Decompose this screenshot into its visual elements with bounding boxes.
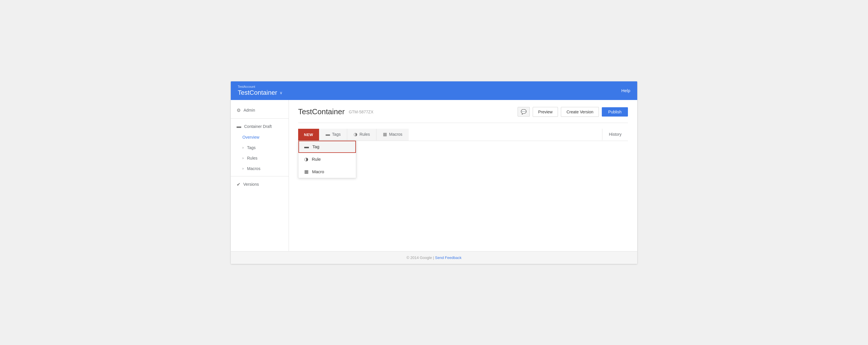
chevron-right-icon-tags: ›	[242, 146, 244, 150]
sidebar: ⚙ Admin ▬ Container Draft Overview › Tag…	[231, 100, 289, 251]
content-area: TestContainer GTM-5877ZX 💬 Preview Creat…	[289, 100, 637, 251]
sidebar-divider-2	[231, 176, 288, 176]
content-header: TestContainer GTM-5877ZX 💬 Preview Creat…	[298, 107, 628, 117]
tab-history-label: History	[609, 132, 622, 137]
create-version-button[interactable]: Create Version	[561, 107, 599, 117]
dropdown-item-macro[interactable]: ▦ Macro	[299, 165, 356, 178]
copyright-text: © 2014 Google |	[406, 256, 435, 260]
sidebar-item-container-draft[interactable]: ▬ Container Draft	[231, 121, 288, 132]
sidebar-item-tags[interactable]: › Tags	[231, 142, 288, 153]
tabs-row: NEW ▬ Tags ◑ Rules ▦ Macros	[298, 129, 628, 141]
dropdown-item-rule[interactable]: ◑ Rule	[299, 153, 356, 165]
tag-tab-icon: ▬	[326, 132, 330, 137]
tab-rules-label: Rules	[360, 132, 370, 137]
chevron-right-icon-rules: ›	[242, 156, 244, 160]
sidebar-container-draft-label: Container Draft	[244, 124, 272, 129]
help-button[interactable]: Help	[621, 88, 630, 93]
dropdown-tag-label: Tag	[312, 144, 319, 149]
content-divider	[298, 123, 628, 123]
macro-tab-icon: ▦	[383, 132, 387, 137]
new-button[interactable]: NEW	[298, 129, 319, 141]
app-wrapper: TestAccount TestContainer ∨ Help ⚙ Admin…	[231, 81, 637, 264]
dropdown-macro-label: Macro	[312, 169, 324, 174]
container-label-area[interactable]: TestContainer ∨	[238, 89, 282, 96]
sidebar-divider-1	[231, 118, 288, 119]
macro-dropdown-icon: ▦	[304, 169, 309, 174]
top-bar: TestAccount TestContainer ∨ Help	[231, 81, 637, 100]
sidebar-rules-label: Rules	[247, 156, 257, 161]
gear-icon: ⚙	[237, 108, 241, 113]
container-icon: ▬	[237, 124, 241, 129]
tab-tags[interactable]: ▬ Tags	[319, 129, 347, 141]
comment-button[interactable]: 💬	[518, 107, 530, 117]
sidebar-item-macros[interactable]: › Macros	[231, 163, 288, 174]
dropdown-item-tag[interactable]: ▬ Tag	[299, 141, 356, 153]
dropdown-rule-label: Rule	[312, 157, 321, 162]
send-feedback-link[interactable]: Send Feedback	[435, 256, 462, 260]
tab-history[interactable]: History	[602, 129, 628, 141]
sidebar-overview-label: Overview	[242, 135, 259, 140]
rule-tab-icon: ◑	[353, 132, 358, 137]
sidebar-item-rules[interactable]: › Rules	[231, 153, 288, 163]
tab-macros[interactable]: ▦ Macros	[376, 129, 409, 141]
tab-rules[interactable]: ◑ Rules	[347, 129, 376, 141]
gtm-id: GTM-5877ZX	[349, 110, 373, 114]
chevron-down-icon: ∨	[280, 90, 282, 95]
content-title-area: TestContainer GTM-5877ZX	[298, 107, 373, 116]
sidebar-versions-label: Versions	[243, 182, 259, 186]
main-area: ⚙ Admin ▬ Container Draft Overview › Tag…	[231, 100, 637, 251]
sidebar-admin-label: Admin	[244, 108, 255, 113]
container-name: TestContainer	[238, 89, 277, 96]
tabs-container: NEW ▬ Tags ◑ Rules ▦ Macros	[298, 129, 628, 163]
tab-macros-label: Macros	[389, 132, 402, 137]
chevron-right-icon-macros: ›	[242, 167, 244, 171]
account-label: TestAccount	[238, 85, 282, 88]
new-dropdown-menu: ▬ Tag ◑ Rule ▦ Macro	[298, 140, 356, 178]
content-actions: 💬 Preview Create Version Publish	[518, 107, 628, 117]
publish-button[interactable]: Publish	[602, 107, 628, 117]
sidebar-item-admin[interactable]: ⚙ Admin	[231, 105, 288, 116]
new-label: NEW	[304, 133, 313, 137]
tag-dropdown-icon: ▬	[304, 144, 309, 149]
sidebar-item-overview[interactable]: Overview	[231, 132, 288, 142]
check-icon: ✔	[237, 182, 240, 187]
page-title: TestContainer	[298, 107, 345, 116]
sidebar-tags-label: Tags	[247, 145, 256, 150]
rule-dropdown-icon: ◑	[304, 156, 308, 162]
preview-button[interactable]: Preview	[533, 107, 558, 117]
top-bar-left: TestAccount TestContainer ∨	[238, 85, 282, 96]
sidebar-macros-label: Macros	[247, 166, 260, 171]
tab-tags-label: Tags	[332, 132, 341, 137]
footer: © 2014 Google | Send Feedback	[231, 251, 637, 264]
sidebar-item-versions[interactable]: ✔ Versions	[231, 179, 288, 190]
